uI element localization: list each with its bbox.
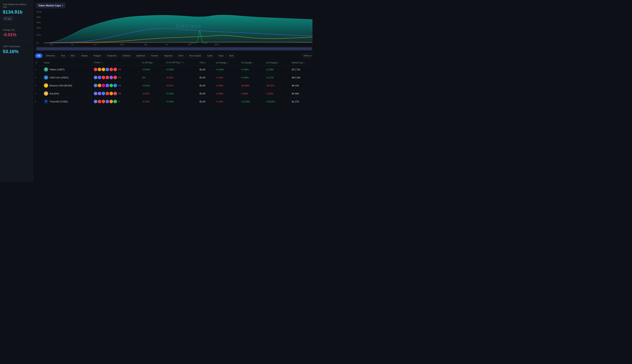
others-dropdown[interactable]: Others ▾ xyxy=(301,54,314,58)
tab-omni[interactable]: Omni xyxy=(176,54,186,58)
csv-download-button[interactable]: ⬇ .csv xyxy=(3,16,13,21)
cell-chains: +52 xyxy=(92,74,140,82)
chart-title-dropdown[interactable]: Token Market Caps ▾ xyxy=(36,3,65,8)
cell-1d-change: -0.14% xyxy=(214,98,239,106)
usdt-dominance-value: 53.16% xyxy=(3,49,30,54)
col-market-cap[interactable]: Market Cap xyxy=(290,60,316,66)
coin-name[interactable]: TrueUSD (TUSD) xyxy=(50,100,68,103)
cell-chains: +33 xyxy=(92,90,140,98)
change-7d-block: Change (7d) -0.01% xyxy=(3,29,30,41)
cell-price: $1.00 xyxy=(198,82,214,90)
cell-off-peg: -0.01% xyxy=(140,90,164,98)
table-row: 2 ◎ USD Coin (USDC) +52 0% -0.03% $1.00 … xyxy=(33,74,316,82)
chain-icon xyxy=(94,84,97,87)
chevron-down-icon: ▾ xyxy=(62,4,63,7)
table-row: 4 ◈ Dai (DAI) +33 -0.01% +0.10% $1.00 -0… xyxy=(33,90,316,98)
tab-solana[interactable]: Solana xyxy=(79,54,90,58)
cell-1m-off-peg: +0.10% xyxy=(164,90,198,98)
chain-icon xyxy=(102,100,105,103)
coin-name[interactable]: Dai (DAI) xyxy=(50,92,59,95)
col-price[interactable]: Price xyxy=(198,60,214,66)
chain-icon xyxy=(102,68,105,71)
chain-icon xyxy=(113,68,117,71)
tab-optimism[interactable]: Optimism xyxy=(134,54,148,58)
table-wrapper[interactable]: # Name Chains ⓘ % Off Peg 1m % Off Peg ⓘ… xyxy=(33,60,316,182)
tab-avalanche[interactable]: Avalanche xyxy=(105,54,119,58)
cell-price: $1.00 xyxy=(198,90,214,98)
chains-info-icon[interactable]: ⓘ xyxy=(101,62,103,64)
svg-text:$100b: $100b xyxy=(37,11,42,13)
cell-1m-change: +5.36% xyxy=(264,66,290,74)
cell-1d-change: +0.20% xyxy=(214,66,239,74)
cell-1m-off-peg: +0.19% xyxy=(164,98,198,106)
chain-icon xyxy=(98,84,101,87)
table-header: # Name Chains ⓘ % Off Peg 1m % Off Peg ⓘ… xyxy=(33,60,316,66)
svg-text:2022: 2022 xyxy=(120,44,124,46)
tab-near[interactable]: Near xyxy=(227,54,236,58)
col-name: Name xyxy=(42,60,92,66)
tab-fantom[interactable]: Fantom xyxy=(149,54,161,58)
coin-icon: ₮ xyxy=(44,67,48,72)
chains-more-count: +52 xyxy=(118,76,121,78)
change-7d-label: Change (7d) xyxy=(3,29,30,31)
col-7d-change[interactable]: 7d Change xyxy=(239,60,264,66)
col-1m-change[interactable]: 1m Change xyxy=(264,60,290,66)
chains-more-count: +26 xyxy=(118,84,121,86)
cell-price: $1.00 xyxy=(198,74,214,82)
col-1m-off-peg[interactable]: 1m % Off Peg ⓘ xyxy=(164,60,198,66)
tab-bsc[interactable]: BSC xyxy=(69,54,78,58)
chain-icon xyxy=(106,92,109,95)
cell-name: ◈ Dai (DAI) xyxy=(42,90,92,98)
cell-1d-change: -0.14% xyxy=(214,74,239,82)
svg-text:$20b: $20b xyxy=(37,34,41,36)
coin-name[interactable]: Binance USD (BUSD) xyxy=(50,84,72,87)
chain-icon xyxy=(102,76,105,79)
chains-more-count: +3 xyxy=(118,100,120,102)
cell-market-cap: $4.99b xyxy=(290,90,316,98)
chain-icon xyxy=(102,92,105,95)
tab-ethereum[interactable]: Ethereum xyxy=(44,54,57,58)
cell-1m-change: +33.83% xyxy=(264,98,290,106)
table-body: 1 ₮ Tether (USDT) +54 +0.03% +0.05% $1.0… xyxy=(33,66,316,106)
scrollbar-thumb[interactable] xyxy=(37,48,312,50)
chain-icon xyxy=(98,68,101,71)
coin-name[interactable]: USD Coin (USDC) xyxy=(50,76,69,79)
tab-polygon[interactable]: Polygon xyxy=(91,54,103,58)
chart-scrollbar[interactable] xyxy=(36,47,312,51)
svg-text:Apr: Apr xyxy=(50,44,53,46)
market-cap-chart: $100b $80b $60b $40b $20b $0 xyxy=(36,10,312,46)
cell-name: T TrueUSD (TUSD) xyxy=(42,98,92,106)
cell-off-peg: +0.01% xyxy=(140,82,164,90)
usdt-dominance-block: USDT Dominance 53.16% xyxy=(3,45,30,58)
svg-text:Apr: Apr xyxy=(144,44,147,46)
cell-1m-change: -2.35% xyxy=(264,90,290,98)
svg-text:2023: 2023 xyxy=(214,44,219,46)
tab-terra-classic[interactable]: Terra Classic xyxy=(187,54,204,58)
tab-all[interactable]: All xyxy=(35,54,43,58)
cell-1d-change: -0.35% xyxy=(214,82,239,90)
cell-rank: 1 xyxy=(33,66,42,74)
tab-arbitrum[interactable]: Arbitrum xyxy=(120,54,133,58)
col-1d-change[interactable]: 1d Change xyxy=(214,60,239,66)
cell-rank: 3 xyxy=(33,82,42,90)
total-market-cap-block: Total Stablecoins Market Cap $134.91b ⬇ … xyxy=(3,3,30,24)
coin-name[interactable]: Tether (USDT) xyxy=(50,68,65,71)
chain-icon xyxy=(94,92,97,95)
col-off-peg[interactable]: % Off Peg xyxy=(140,60,164,66)
tab-algorand[interactable]: Algorand xyxy=(162,54,175,58)
table-row: 1 ₮ Tether (USDT) +54 +0.03% +0.05% $1.0… xyxy=(33,66,316,74)
chain-icon xyxy=(106,100,109,103)
total-market-cap-value: $134.91b xyxy=(3,9,30,15)
table-row: 5 T TrueUSD (TUSD) +3 -0.15% +0.19% $1.0… xyxy=(33,98,316,106)
tab-kava[interactable]: Kava xyxy=(216,54,226,58)
cell-price: $1.00 xyxy=(198,98,214,106)
chart-wrapper: $100b $80b $60b $40b $20b $0 xyxy=(36,10,312,51)
cell-7d-change: +1.06% xyxy=(239,66,264,74)
chain-icon xyxy=(94,68,97,71)
svg-text:$60b: $60b xyxy=(37,21,41,24)
tab-tron[interactable]: Tron xyxy=(59,54,67,58)
tab-canto[interactable]: Canto xyxy=(205,54,215,58)
1m-off-peg-info-icon[interactable]: ⓘ xyxy=(180,62,182,64)
cell-7d-change: +13.28% xyxy=(239,98,264,106)
cell-chains: +26 xyxy=(92,82,140,90)
